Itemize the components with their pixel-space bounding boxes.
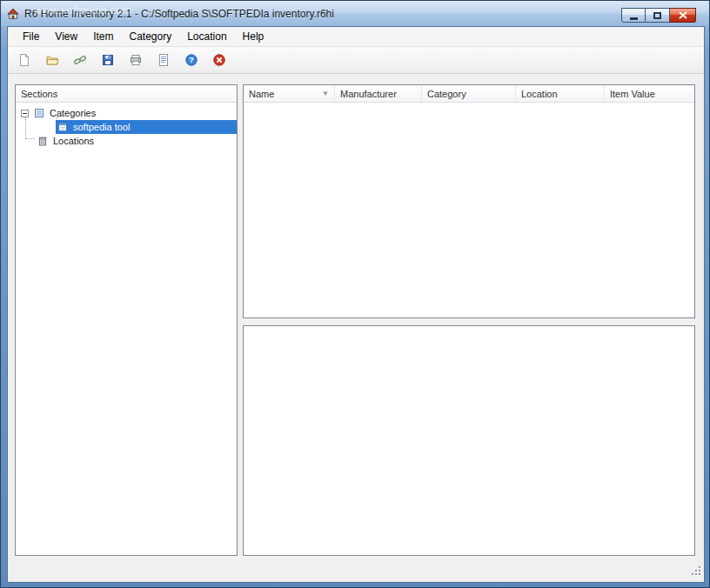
selection-highlight: softpedia tool — [56, 120, 237, 134]
locations-icon — [37, 135, 49, 147]
app-window: www.softpedia.com R6 Home Inventory 2.1 … — [0, 0, 710, 588]
minimize-icon — [630, 17, 638, 20]
column-label: Category — [427, 89, 466, 99]
column-label: Location — [521, 89, 558, 99]
tree-item-label: Categories — [48, 107, 97, 119]
column-header-item-value[interactable]: Item Value — [605, 85, 694, 102]
column-header-category[interactable]: Category — [422, 85, 516, 102]
save-button[interactable] — [100, 52, 116, 68]
save-icon — [101, 53, 115, 67]
help-icon: ? — [184, 53, 198, 67]
column-header-manufacturer[interactable]: Manufacturer — [335, 85, 422, 102]
close-icon — [679, 11, 687, 19]
exit-button[interactable] — [211, 52, 227, 68]
window-title: R6 Home Inventory 2.1 - C:/Softpedia S\S… — [24, 8, 334, 20]
menu-location[interactable]: Location — [179, 27, 234, 46]
menu-view[interactable]: View — [47, 27, 85, 46]
report-button[interactable] — [156, 52, 171, 68]
collapse-toggle-icon[interactable] — [21, 110, 29, 117]
tree-item-softpedia-tool[interactable]: softpedia tool — [16, 120, 237, 134]
resize-grip[interactable] — [691, 565, 702, 580]
menubar: File View Item Category Location Help — [8, 27, 704, 46]
categories-icon — [33, 107, 45, 119]
link-icon — [73, 53, 87, 67]
tree-item-label: softpedia tool — [71, 121, 131, 133]
item-icon — [57, 121, 69, 133]
column-label: Manufacturer — [340, 89, 397, 99]
window-controls — [621, 8, 696, 23]
column-label: Item Value — [610, 89, 655, 99]
statusbar — [8, 556, 704, 582]
titlebar[interactable]: www.softpedia.com R6 Home Inventory 2.1 … — [1, 1, 709, 27]
svg-text:?: ? — [189, 55, 194, 64]
open-folder-icon — [45, 53, 59, 67]
tree-item-label: Locations — [51, 135, 96, 147]
exit-icon — [212, 53, 226, 67]
detail-panel — [243, 325, 695, 556]
menu-help[interactable]: Help — [235, 27, 272, 46]
tree-item-locations[interactable]: Locations — [16, 134, 237, 148]
column-label: Name — [249, 89, 274, 99]
print-icon — [129, 53, 143, 67]
new-document-icon — [17, 53, 31, 67]
column-header-name[interactable]: Name ▼ — [244, 85, 335, 102]
client-area: File View Item Category Location Help — [8, 27, 704, 582]
menu-category[interactable]: Category — [121, 27, 179, 46]
new-button[interactable] — [17, 52, 32, 68]
sort-arrow-icon: ▼ — [318, 90, 329, 97]
items-list-empty — [244, 103, 694, 317]
print-button[interactable] — [128, 52, 144, 68]
sections-header[interactable]: Sections — [16, 85, 237, 103]
items-panel: Name ▼ Manufacturer Category Location It… — [243, 84, 695, 318]
sections-tree: Categories softpedia tool — [16, 103, 237, 148]
maximize-icon — [653, 12, 661, 19]
link-button[interactable] — [72, 52, 88, 68]
open-button[interactable] — [44, 52, 60, 68]
home-icon — [6, 7, 20, 21]
sections-header-label: Sections — [21, 89, 57, 99]
toolbar: ? — [8, 46, 704, 74]
minimize-button[interactable] — [621, 8, 646, 23]
menu-item[interactable]: Item — [85, 27, 121, 46]
sections-panel: Sections Ca — [15, 84, 238, 556]
report-icon — [157, 53, 171, 67]
items-table-header: Name ▼ Manufacturer Category Location It… — [244, 85, 694, 103]
close-button[interactable] — [670, 8, 696, 23]
maximize-button[interactable] — [646, 8, 670, 23]
tree-item-categories[interactable]: Categories — [16, 106, 237, 120]
help-button[interactable]: ? — [184, 52, 199, 68]
column-header-location[interactable]: Location — [516, 85, 605, 102]
menu-file[interactable]: File — [15, 27, 47, 46]
